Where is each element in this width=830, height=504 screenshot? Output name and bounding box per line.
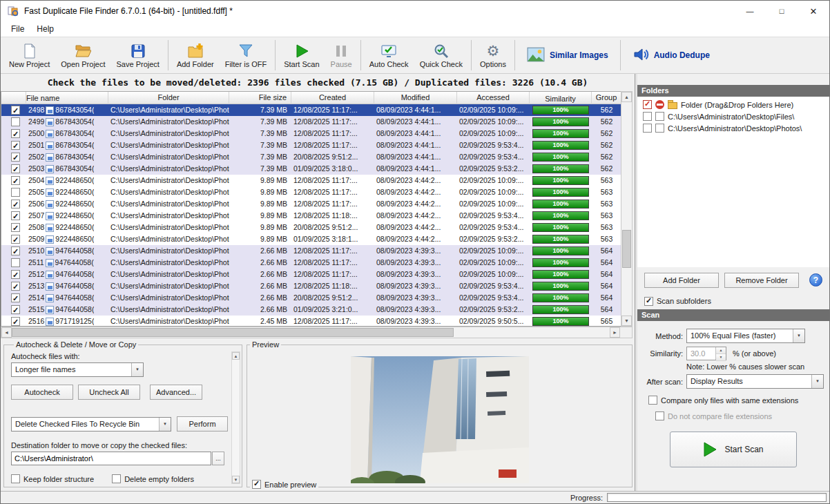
row-checkbox[interactable]: [11, 153, 20, 162]
autocheck-criteria-select[interactable]: Longer file names ▼: [11, 362, 144, 377]
audio-dedupe-button[interactable]: Audio Dedupe: [624, 46, 719, 65]
col-similarity[interactable]: Similarity: [530, 92, 592, 104]
vscroll-thumb[interactable]: [622, 230, 631, 268]
table-row[interactable]: 2508 922448650( C:\Users\Administrator\D…: [1, 222, 621, 233]
save-project-button[interactable]: Save Project: [111, 38, 165, 72]
row-checkbox[interactable]: [11, 317, 20, 326]
destination-input[interactable]: [11, 452, 211, 465]
folders-list-header-row[interactable]: Folder (Drag&Drop Folders Here): [637, 99, 829, 110]
row-checkbox[interactable]: [11, 141, 20, 150]
scroll-down-icon[interactable]: ▼: [232, 476, 240, 483]
uncheck-all-button[interactable]: Uncheck All: [78, 385, 140, 400]
table-row[interactable]: 2501 867843054( C:\Users\Administrator\D…: [1, 139, 621, 151]
table-row[interactable]: 2512 947644058( C:\Users\Administrator\D…: [1, 269, 621, 280]
start-scan-button-toolbar[interactable]: Start Scan: [278, 38, 325, 72]
checked-files-action-select[interactable]: Delete Checked Files To Recycle Bin ▼: [11, 417, 171, 432]
enable-preview-option[interactable]: Enable preview: [250, 480, 318, 489]
quick-check-button[interactable]: Quick Check: [414, 38, 468, 72]
minimize-button[interactable]: —: [734, 1, 766, 21]
col-group[interactable]: Group: [592, 92, 621, 104]
maximize-button[interactable]: □: [766, 1, 798, 21]
table-row[interactable]: 2510 947644058( C:\Users\Administrator\D…: [1, 245, 621, 257]
table-row[interactable]: 2516 971719125( C:\Users\Administrator\D…: [1, 316, 621, 326]
row-checkbox[interactable]: [11, 200, 20, 209]
row-checkbox[interactable]: [11, 117, 20, 126]
row-checkbox[interactable]: [11, 270, 20, 279]
folder-list-item[interactable]: C:\Users\Administrator\Desktop\Photos\: [637, 122, 829, 134]
spin-down-icon[interactable]: ▼: [716, 354, 726, 361]
table-row[interactable]: 2505 922448650( C:\Users\Administrator\D…: [1, 186, 621, 198]
open-project-button[interactable]: Open Project: [55, 38, 110, 72]
col-file-name[interactable]: File name: [26, 92, 108, 104]
folder-include-checkbox[interactable]: [643, 112, 652, 121]
delete-empty-folders-option[interactable]: Delete empty folders: [112, 474, 194, 483]
scan-subfolders-option[interactable]: Scan subfolders: [637, 293, 829, 309]
row-checkbox[interactable]: [11, 176, 20, 185]
table-row[interactable]: 2515 947644058( C:\Users\Administrator\D…: [1, 304, 621, 316]
hscroll-thumb[interactable]: [12, 328, 454, 337]
hscroll-track[interactable]: [12, 327, 610, 338]
scroll-right-icon[interactable]: ►: [610, 327, 620, 338]
row-checkbox[interactable]: [11, 246, 20, 255]
row-checkbox[interactable]: [11, 106, 20, 115]
vertical-scrollbar[interactable]: ▲ ▼: [621, 91, 633, 327]
scroll-left-icon[interactable]: ◄: [1, 327, 12, 338]
include-all-checkbox[interactable]: [643, 100, 652, 109]
col-created[interactable]: Created: [291, 92, 374, 104]
menu-item[interactable]: Help: [30, 24, 60, 34]
add-folder-button-toolbar[interactable]: Add Folder: [171, 38, 220, 72]
scan-subfolders-checkbox[interactable]: [644, 297, 653, 306]
filter-button[interactable]: Filter is OFF: [220, 38, 273, 72]
horizontal-scrollbar[interactable]: ◄ ►: [1, 327, 633, 338]
scroll-down-icon[interactable]: ▼: [621, 316, 632, 326]
folder-exclude-checkbox[interactable]: [655, 112, 664, 121]
table-row[interactable]: 2500 867843054( C:\Users\Administrator\D…: [1, 128, 621, 139]
table-row[interactable]: 2506 922448650( C:\Users\Administrator\D…: [1, 198, 621, 210]
enable-preview-checkbox[interactable]: [252, 480, 261, 489]
help-button[interactable]: ?: [809, 273, 822, 287]
spin-up-icon[interactable]: ▲: [716, 347, 726, 354]
row-checkbox[interactable]: [11, 258, 20, 267]
start-scan-button[interactable]: Start Scan: [670, 432, 797, 467]
col-file-size[interactable]: File size: [229, 92, 291, 104]
col-accessed[interactable]: Accessed: [457, 92, 530, 104]
table-row[interactable]: 2507 922448650( C:\Users\Administrator\D…: [1, 210, 621, 222]
col-folder[interactable]: Folder: [108, 92, 229, 104]
table-row[interactable]: 2504 922448650( C:\Users\Administrator\D…: [1, 175, 621, 186]
scan-method-select[interactable]: 100% Equal Files (faster) ▼: [686, 329, 805, 343]
folder-include-checkbox[interactable]: [643, 124, 652, 133]
table-row[interactable]: 2502 867843054( C:\Users\Administrator\D…: [1, 151, 621, 163]
scroll-up-icon[interactable]: ▲: [621, 92, 632, 102]
advanced-button[interactable]: Advanced...: [150, 385, 202, 400]
after-scan-select[interactable]: Display Results ▼: [686, 374, 824, 389]
row-checkbox[interactable]: [11, 305, 20, 314]
keep-folder-structure-checkbox[interactable]: [11, 474, 20, 483]
col-modified[interactable]: Modified: [374, 92, 457, 104]
col-checkbox[interactable]: [1, 92, 26, 104]
row-checkbox[interactable]: [11, 211, 20, 220]
row-checkbox[interactable]: [11, 282, 20, 291]
remove-folder-button[interactable]: Remove Folder: [724, 273, 799, 288]
autocheck-button[interactable]: Autocheck: [11, 385, 73, 400]
add-folder-button[interactable]: Add Folder: [644, 273, 719, 288]
vscroll-track[interactable]: [621, 102, 632, 316]
table-row[interactable]: 2498 867843054( C:\Users\Administrator\D…: [1, 104, 621, 116]
similarity-spinner[interactable]: 30.0 ▲ ▼: [686, 347, 726, 360]
delete-empty-folders-checkbox[interactable]: [112, 474, 121, 483]
auto-check-button[interactable]: Auto Check: [364, 38, 414, 72]
compare-extensions-option[interactable]: Compare only files with same extensions: [648, 396, 829, 405]
row-checkbox[interactable]: [11, 164, 20, 173]
browse-button[interactable]: ...: [212, 452, 224, 465]
folder-list-item[interactable]: C:\Users\Administrator\Desktop\Files\: [637, 110, 829, 122]
pause-button[interactable]: Pause: [325, 38, 358, 72]
row-checkbox[interactable]: [11, 235, 20, 244]
similar-images-button[interactable]: Similar Images: [518, 47, 617, 64]
table-row[interactable]: 2509 922448650( C:\Users\Administrator\D…: [1, 233, 621, 245]
menu-item[interactable]: File: [5, 24, 30, 34]
row-checkbox[interactable]: [11, 223, 20, 232]
table-row[interactable]: 2499 867843054( C:\Users\Administrator\D…: [1, 116, 621, 128]
folder-exclude-checkbox[interactable]: [655, 124, 664, 133]
scroll-up-icon[interactable]: ▲: [232, 352, 240, 360]
panel-scrollbar[interactable]: ▲ ▼: [231, 351, 240, 484]
table-row[interactable]: 2513 947644058( C:\Users\Administrator\D…: [1, 280, 621, 292]
